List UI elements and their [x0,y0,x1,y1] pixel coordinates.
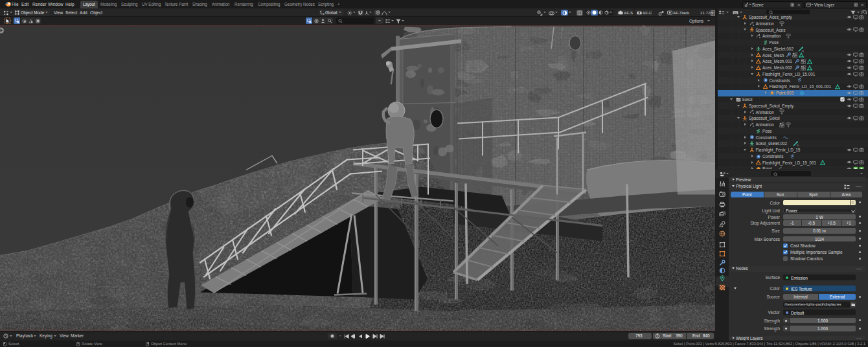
svg-text:54: 54 [797,144,799,146]
svg-text:54: 54 [802,49,804,51]
